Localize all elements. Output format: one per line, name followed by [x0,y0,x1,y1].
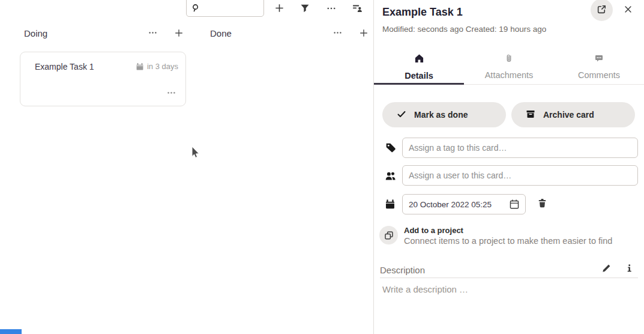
mouse-cursor-icon [190,145,200,161]
task-card[interactable]: Example Task 1 in 3 days [20,52,186,106]
kanban-board: Doing Done Example Task 1 [0,0,373,334]
assign-user-input[interactable] [402,165,638,186]
assignee-list-icon [352,3,363,15]
archive-icon [526,109,535,121]
panel-tabs: Details Attachments Comments [374,50,644,85]
due-date-value: 20 October 2022 05:25 [409,200,492,209]
home-icon [414,53,424,65]
pencil-icon [601,263,612,275]
plus-icon [174,28,184,40]
archive-card-button[interactable]: Archive card [511,102,635,127]
card-due-label: in 3 days [147,62,178,71]
add-to-project-title: Add to a project [404,226,463,235]
remove-due-date-button[interactable] [534,196,550,213]
column-title-doing: Doing [24,28,47,38]
add-to-project-subtitle: Connect items to a project to make them … [404,236,612,246]
assign-tag-input[interactable] [402,138,638,158]
filter-button[interactable] [297,1,313,17]
tab-comments[interactable]: Comments [554,50,644,85]
more-icon [148,28,157,39]
panel-title: Example Task 1 [382,6,463,19]
card-title: Example Task 1 [35,62,94,71]
bottom-accent-bar [0,329,22,334]
tab-attachments-label: Attachments [485,70,534,80]
due-date-field[interactable]: 20 October 2022 05:25 [402,194,526,214]
calendar-icon [136,62,144,71]
trash-icon [537,198,547,210]
search-box[interactable] [186,0,264,17]
archive-card-label: Archive card [543,110,594,120]
close-icon [624,5,633,16]
calendar-outline-icon [509,199,520,211]
description-divider [380,278,638,278]
description-label: Description [380,265,425,275]
add-card-button[interactable] [271,1,287,17]
column-done-more-button[interactable] [330,26,345,41]
mark-as-done-button[interactable]: Mark as done [382,102,506,127]
description-info-button[interactable] [622,262,636,276]
more-icon [327,4,336,15]
more-icon [333,28,342,39]
open-external-icon [597,4,607,16]
comment-icon [594,53,604,65]
board-more-button[interactable] [324,1,339,17]
tag-icon [385,142,396,153]
description-placeholder[interactable]: Write a description … [382,284,468,294]
users-icon [385,170,396,181]
tab-comments-label: Comments [578,70,620,80]
card-more-button[interactable] [164,88,178,100]
search-input[interactable] [203,4,261,13]
column-doing-add-button[interactable] [172,26,186,41]
calendar-picker-button[interactable] [508,198,521,211]
assignee-list-button[interactable] [349,1,365,17]
filter-icon [300,4,310,15]
plus-icon [359,28,369,40]
column-doing-more-button[interactable] [145,26,160,41]
close-panel-button[interactable] [620,2,636,18]
more-icon [167,88,176,99]
project-icon [379,226,398,244]
mark-as-done-label: Mark as done [414,110,468,120]
card-due-date: in 3 days [136,62,178,71]
paperclip-icon [504,53,514,65]
panel-meta: Modified: seconds ago Created: 19 hours … [382,25,546,34]
check-icon [397,109,406,121]
edit-description-button[interactable] [598,262,614,276]
tab-details-label: Details [405,71,433,80]
plus-icon [274,3,284,15]
column-title-done: Done [210,28,232,38]
card-detail-panel: Example Task 1 Modified: seconds ago Cre… [374,0,644,334]
app-window: Doing Done Example Task 1 [0,0,644,334]
column-done-add-button[interactable] [357,26,371,41]
open-in-window-button[interactable] [591,0,613,21]
tab-details[interactable]: Details [374,50,464,85]
calendar-icon [385,199,396,210]
info-icon [625,264,634,275]
tab-attachments[interactable]: Attachments [464,50,554,85]
search-icon [191,4,200,13]
add-to-project-row[interactable]: Add to a project Connect items to a proj… [379,225,637,246]
